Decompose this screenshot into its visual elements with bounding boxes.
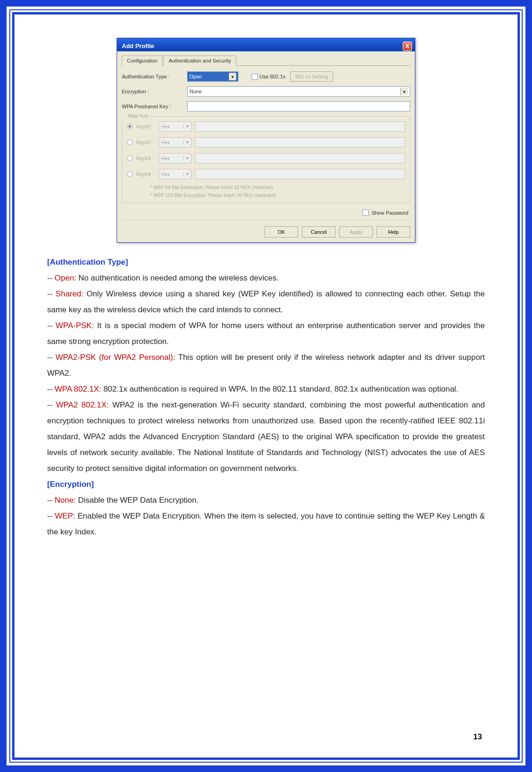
use-8021x-label: Use 802.1x	[259, 74, 286, 79]
wep-key1-input[interactable]	[195, 121, 405, 132]
auth-type-combo[interactable]: Open ▼	[187, 71, 238, 82]
use-8021x-checkbox[interactable]	[252, 74, 258, 80]
chevron-down-icon: ▼	[183, 140, 191, 145]
wep-key1-type[interactable]: Hex▼	[159, 121, 191, 132]
8021x-setting-button[interactable]: 802.1x Setting	[290, 71, 333, 82]
chevron-down-icon: ▼	[183, 172, 191, 176]
show-password-checkbox[interactable]	[363, 210, 369, 216]
wep-key3-radio[interactable]	[127, 155, 133, 161]
ok-button[interactable]: OK	[265, 226, 298, 238]
none-para: -- None: Disable the WEP Data Encryption…	[47, 492, 485, 508]
wep-key3-label: Key#3	[136, 155, 155, 161]
psk-input[interactable]	[187, 101, 410, 112]
wep-key3-type[interactable]: Hex▼	[159, 153, 191, 163]
tab-bar: Configuration Authentication and Securit…	[122, 55, 410, 66]
wpapsk-para: -- WPA-PSK: It is a special modem of WPA…	[47, 318, 485, 350]
tab-configuration[interactable]: Configuration	[122, 56, 162, 66]
shared-para: -- Shared: Only Wireless device using a …	[47, 286, 485, 318]
wep-key4-radio[interactable]	[127, 171, 133, 177]
document-body: [Authentication Type] -- Open: No authen…	[47, 254, 485, 540]
chevron-down-icon: ▼	[400, 88, 408, 95]
chevron-down-icon: ▼	[183, 156, 191, 161]
wep-hint2: * WEP 128 Bits Encryption: Please Keyin …	[150, 193, 405, 198]
help-button[interactable]: Help	[377, 226, 410, 238]
show-password-label: Show Password	[371, 210, 408, 216]
dialog-titlebar: Add Profile X	[117, 38, 415, 51]
wep-key4-type[interactable]: Hex▼	[159, 169, 191, 179]
psk-label: WPA Preshared Key :	[122, 104, 182, 109]
dialog-title: Add Profile	[122, 42, 154, 49]
encryption-combo[interactable]: None ▼	[187, 86, 410, 97]
wep-key2-input[interactable]	[195, 137, 405, 147]
encryption-heading: [Encryption]	[47, 477, 485, 492]
wep-hint1: * WEP 64 Bits Encryption: Please Keyin 1…	[150, 185, 405, 190]
wep-group-title: Wep Key	[126, 113, 150, 119]
chevron-down-icon: ▼	[229, 73, 236, 80]
cancel-button[interactable]: Cancel	[302, 226, 336, 238]
wep-key-group: Wep Key Key#1 Hex▼ Key#2 Hex▼ Key#3 Hex▼	[122, 116, 410, 203]
wep-key2-label: Key#2	[136, 140, 155, 145]
wep-para: -- WEP: Enabled the WEP Data Encryption.…	[47, 508, 485, 540]
encryption-label: Encryption :	[122, 89, 182, 94]
wpa8021x-para: -- WPA 802.1X: 802.1x authentication is …	[47, 381, 485, 397]
wpa2psk-para: -- WPA2-PSK (for WPA2 Personal): This op…	[47, 350, 485, 381]
close-icon[interactable]: X	[403, 42, 412, 51]
wep-key1-label: Key#1	[136, 124, 155, 129]
wep-key2-radio[interactable]	[127, 140, 133, 145]
encryption-value: None	[189, 89, 202, 94]
tab-auth-security[interactable]: Authentication and Security	[163, 56, 236, 66]
auth-type-heading: [Authentication Type]	[47, 254, 485, 270]
page-number: 13	[473, 732, 482, 742]
auth-type-value: Open	[189, 74, 202, 79]
wep-key3-input[interactable]	[195, 153, 405, 163]
chevron-down-icon: ▼	[183, 124, 191, 129]
open-para: -- Open: No authentication is needed amo…	[47, 270, 485, 286]
add-profile-dialog: Add Profile X Configuration Authenticati…	[117, 38, 415, 243]
wep-key4-input[interactable]	[195, 169, 405, 179]
apply-button[interactable]: Apply	[339, 226, 373, 238]
auth-type-label: Authentication Type :	[122, 74, 182, 79]
wep-key4-label: Key#4	[136, 171, 155, 177]
wep-key1-radio[interactable]	[127, 124, 133, 129]
wep-key2-type[interactable]: Hex▼	[159, 137, 191, 147]
wpa28021x-para: -- WPA2 802.1X: WPA2 is the next-generat…	[47, 397, 485, 477]
